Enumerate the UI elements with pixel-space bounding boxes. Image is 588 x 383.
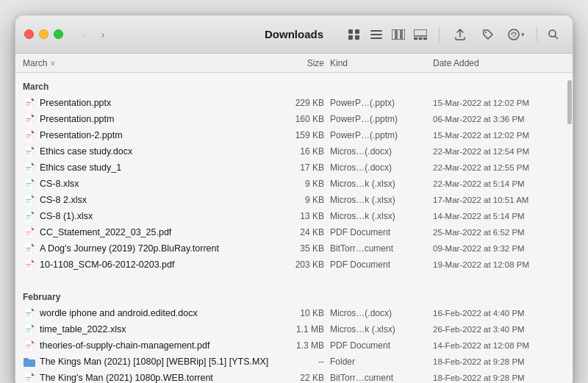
svg-rect-54 xyxy=(25,243,32,254)
nav-buttons: ‹ › xyxy=(75,26,112,43)
col-header-size[interactable]: Size xyxy=(271,58,330,68)
file-name: Presentation.pptm xyxy=(40,114,271,124)
file-kind: PowerP…(.pptm) xyxy=(330,130,433,140)
table-row[interactable]: CS-8 2.xlsx9 KBMicros…k (.xlsx)17-Mar-20… xyxy=(15,192,573,208)
file-name: Ethics case study_1 xyxy=(40,162,271,173)
list-view-button[interactable] xyxy=(366,24,387,45)
file-size: -- xyxy=(271,357,330,367)
svg-rect-47 xyxy=(26,215,31,216)
table-row[interactable]: Ethics case study_117 KBMicros…(.docx)22… xyxy=(15,160,573,176)
col-header-date[interactable]: Date Added xyxy=(433,58,565,68)
scrollbar-thumb[interactable] xyxy=(567,80,572,124)
file-date: 14-Mar-2022 at 5:14 PM xyxy=(433,212,565,221)
fullscreen-button[interactable] xyxy=(54,29,63,39)
table-row[interactable]: Ethics case study.docx16 KBMicros…(.docx… xyxy=(15,143,573,160)
file-date: 22-Mar-2022 at 5:14 PM xyxy=(433,179,565,188)
svg-rect-53 xyxy=(26,235,29,236)
file-kind: Micros…k (.xlsx) xyxy=(330,195,433,205)
svg-rect-13 xyxy=(423,37,427,40)
svg-rect-7 xyxy=(392,29,395,40)
table-row[interactable]: 10-1108_SCM-06-2012-0203.pdf203 KBPDF Do… xyxy=(15,257,573,273)
table-row[interactable]: The Kings Man (2021) [1080p] [WEBRip] [5… xyxy=(15,354,573,370)
svg-rect-56 xyxy=(26,249,30,250)
column-view-button[interactable] xyxy=(388,24,409,45)
search-button[interactable] xyxy=(543,24,564,45)
file-list: MarchPresentation.pptx229 KBPowerP…(.ppt… xyxy=(15,73,573,383)
col-header-kind[interactable]: Kind xyxy=(330,58,433,68)
svg-rect-67 xyxy=(26,329,31,329)
table-row[interactable]: CC_Statement_2022_03_25.pdf24 KBPDF Docu… xyxy=(15,224,573,240)
svg-rect-71 xyxy=(26,345,31,346)
scrollbar-track[interactable] xyxy=(567,73,573,383)
svg-rect-62 xyxy=(25,308,32,319)
svg-rect-48 xyxy=(26,217,30,218)
svg-rect-59 xyxy=(26,264,31,265)
table-row[interactable]: wordle iphone and android.edited.docx10 … xyxy=(15,305,573,321)
svg-rect-70 xyxy=(25,340,32,351)
action-button[interactable] xyxy=(445,24,475,45)
svg-rect-49 xyxy=(26,219,29,220)
svg-rect-28 xyxy=(26,136,30,137)
section-header-1: February xyxy=(15,283,573,305)
file-date: 25-Mar-2022 at 6:52 PM xyxy=(433,228,565,237)
file-kind: Micros…(.docx) xyxy=(330,146,433,157)
file-icon-torrent xyxy=(23,372,36,383)
svg-rect-8 xyxy=(397,29,401,40)
table-row[interactable]: CS-8.xlsx9 KBMicros…k (.xlsx)22-Mar-2022… xyxy=(15,176,573,192)
svg-rect-19 xyxy=(26,102,31,103)
file-name: A Dog's Journey (2019) 720p.BluRay.torre… xyxy=(40,243,271,254)
col-header-name[interactable]: March ∨ xyxy=(23,58,271,68)
forward-button[interactable]: › xyxy=(94,26,112,43)
file-date: 15-Mar-2022 at 12:02 PM xyxy=(433,131,565,140)
svg-rect-63 xyxy=(26,312,31,313)
file-icon-xlsx xyxy=(23,194,36,206)
file-date: 09-Mar-2022 at 9:32 PM xyxy=(433,244,565,253)
file-name: CS-8 2.xlsx xyxy=(40,195,271,205)
svg-rect-44 xyxy=(26,201,30,201)
file-size: 16 KB xyxy=(271,146,330,157)
gallery-view-button[interactable] xyxy=(410,24,431,45)
file-size: 1.1 MB xyxy=(271,324,330,334)
svg-rect-37 xyxy=(26,171,29,171)
svg-rect-38 xyxy=(25,179,32,190)
table-row[interactable]: Presentation.pptx229 KBPowerP…(.pptx)15-… xyxy=(15,95,573,111)
separator-2 xyxy=(537,27,537,42)
file-icon-xlsx xyxy=(23,323,36,335)
file-kind: PowerP…(.pptm) xyxy=(330,114,433,124)
tag-button[interactable] xyxy=(478,24,498,45)
svg-rect-0 xyxy=(348,29,353,34)
minimize-button[interactable] xyxy=(39,29,49,39)
svg-text:☺: ☺ xyxy=(512,33,517,38)
svg-rect-4 xyxy=(370,30,382,32)
file-icon-pdf xyxy=(23,340,36,351)
back-button[interactable]: ‹ xyxy=(75,26,93,43)
file-date: 18-Feb-2022 at 9:28 PM xyxy=(433,373,565,382)
file-size: 24 KB xyxy=(271,227,330,237)
table-row[interactable]: Presentation-2.pptm159 KBPowerP…(.pptm)1… xyxy=(15,127,573,143)
svg-rect-60 xyxy=(26,265,30,266)
svg-rect-12 xyxy=(419,37,423,40)
share-button[interactable]: ☺ ▾ xyxy=(501,24,531,45)
file-size: 17 KB xyxy=(271,162,330,173)
svg-rect-24 xyxy=(26,120,30,121)
table-row[interactable]: CS-8 (1).xlsx13 KBMicros…k (.xlsx)14-Mar… xyxy=(15,208,573,224)
file-kind: PDF Document xyxy=(330,259,433,270)
section-header-0: March xyxy=(15,73,573,95)
close-button[interactable] xyxy=(24,29,34,39)
svg-rect-50 xyxy=(25,227,32,238)
icon-view-button[interactable] xyxy=(344,24,365,45)
table-row[interactable]: theories-of-supply-chain-management.pdf1… xyxy=(15,337,573,354)
file-icon-xlsx xyxy=(23,210,36,222)
svg-rect-34 xyxy=(25,162,32,173)
svg-rect-25 xyxy=(26,122,29,123)
table-row[interactable]: A Dog's Journey (2019) 720p.BluRay.torre… xyxy=(15,240,573,257)
file-kind: Micros…(.docx) xyxy=(330,308,433,318)
file-size: 35 KB xyxy=(271,243,330,254)
table-row[interactable]: The King's Man (2021) 1080p.WEB.torrent2… xyxy=(15,370,573,383)
table-row[interactable]: Presentation.pptm160 KBPowerP…(.pptm)06-… xyxy=(15,111,573,127)
file-icon-xlsx xyxy=(23,178,36,190)
file-icon-pdf xyxy=(23,259,36,271)
file-kind: BitTorr…cument xyxy=(330,243,433,254)
toolbar-right: ☺ ▾ xyxy=(342,24,564,45)
table-row[interactable]: time_table_2022.xlsx1.1 MBMicros…k (.xls… xyxy=(15,321,573,337)
